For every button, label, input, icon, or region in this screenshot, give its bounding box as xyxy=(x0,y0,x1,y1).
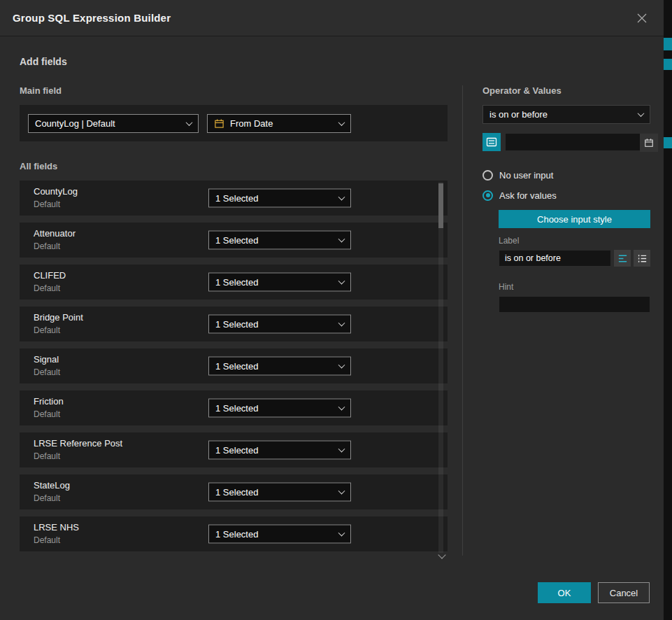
calendar-icon xyxy=(214,118,224,129)
field-selected-dropdown[interactable]: 1 Selected xyxy=(208,189,351,208)
edge-accent-mark xyxy=(664,38,672,50)
field-row: Signal Default 1 Selected xyxy=(20,348,448,383)
screen: Group SQL Expression Builder Add fields … xyxy=(0,0,672,620)
choose-input-style-button[interactable]: Choose input style xyxy=(499,210,650,228)
field-selected-dropdown[interactable]: 1 Selected xyxy=(208,273,351,292)
radio-unselected-icon xyxy=(482,170,493,181)
hint-input[interactable] xyxy=(499,296,650,313)
field-default-label: Default xyxy=(34,451,60,461)
field-row: Attenuator Default 1 Selected xyxy=(20,223,448,258)
radio-no-user-input-label: No user input xyxy=(499,170,553,181)
layer-dropdown[interactable]: CountyLog | Default xyxy=(28,114,199,133)
group-sql-expression-builder-dialog: Group SQL Expression Builder Add fields … xyxy=(0,0,664,620)
chevron-down-icon xyxy=(338,488,345,495)
ask-for-values-options: Choose input style Label xyxy=(499,210,650,313)
chevron-down-icon xyxy=(338,446,345,453)
edge-accent-mark xyxy=(664,137,672,148)
field-name: CLIFED xyxy=(34,270,66,281)
chevron-down-icon xyxy=(338,119,345,126)
text-style-button[interactable] xyxy=(614,250,631,267)
field-name: Bridge Point xyxy=(34,312,83,323)
operator-values-panel: Operator & Values is on or before xyxy=(482,85,650,313)
dialog-title: Group SQL Expression Builder xyxy=(13,12,171,24)
edge-accent-mark xyxy=(664,59,672,70)
main-field-label: Main field xyxy=(20,85,448,97)
chevron-down-icon xyxy=(338,278,345,285)
chevron-down-icon xyxy=(638,110,645,117)
value-calendar-button[interactable] xyxy=(640,134,658,152)
field-row: StateLog Default 1 Selected xyxy=(20,474,448,509)
chevron-down-icon xyxy=(338,404,345,411)
main-field-dropdown-value: From Date xyxy=(230,118,273,129)
main-field-dropdown[interactable]: From Date xyxy=(207,114,351,133)
all-fields-wrap: CountyLog Default 1 Selected Attenuator … xyxy=(20,181,448,551)
scrollbar-thumb[interactable] xyxy=(438,183,443,228)
field-default-label: Default xyxy=(34,493,60,503)
field-default-label: Default xyxy=(34,325,60,335)
field-selected-dropdown[interactable]: 1 Selected xyxy=(208,315,351,334)
column-divider xyxy=(462,85,463,556)
field-selected-dropdown[interactable]: 1 Selected xyxy=(208,525,351,544)
value-input-group xyxy=(505,133,659,151)
label-row xyxy=(499,250,650,267)
field-row: LRSE NHS Default 1 Selected xyxy=(20,516,448,551)
field-row: Bridge Point Default 1 Selected xyxy=(20,307,448,341)
field-selected-value: 1 Selected xyxy=(215,277,258,288)
field-default-label: Default xyxy=(34,409,60,419)
field-selected-dropdown[interactable]: 1 Selected xyxy=(208,231,351,250)
background-app-edge xyxy=(664,0,672,620)
all-fields-list: CountyLog Default 1 Selected Attenuator … xyxy=(20,181,448,551)
field-selected-value: 1 Selected xyxy=(215,319,258,330)
radio-no-user-input[interactable]: No user input xyxy=(482,169,650,181)
field-selected-value: 1 Selected xyxy=(215,193,258,204)
list-values-icon xyxy=(486,136,497,148)
list-style-button[interactable] xyxy=(634,250,650,267)
main-field-row: CountyLog | Default From Date xyxy=(20,105,448,141)
field-name: Attenuator xyxy=(34,228,76,239)
dialog-header: Group SQL Expression Builder xyxy=(0,0,664,36)
radio-selected-icon xyxy=(482,190,493,201)
add-fields-heading: Add fields xyxy=(20,56,664,67)
all-fields-label: All fields xyxy=(20,161,448,172)
operator-dropdown-value: is on or before xyxy=(489,109,548,120)
radio-ask-for-values-label: Ask for values xyxy=(499,190,557,201)
value-input[interactable] xyxy=(506,134,640,150)
field-selected-value: 1 Selected xyxy=(215,529,258,540)
field-selected-value: 1 Selected xyxy=(215,361,258,372)
value-row xyxy=(482,133,650,151)
chevron-down-icon xyxy=(338,530,345,537)
chevron-down-icon xyxy=(186,119,193,126)
layer-dropdown-value: CountyLog | Default xyxy=(35,118,115,129)
field-name: Signal xyxy=(34,354,59,365)
scrollbar-track[interactable] xyxy=(438,182,443,553)
field-name: StateLog xyxy=(34,480,70,491)
calendar-icon xyxy=(644,138,654,148)
field-default-label: Default xyxy=(34,535,60,545)
field-selected-value: 1 Selected xyxy=(215,235,258,246)
field-name: LRSE NHS xyxy=(34,522,79,533)
fields-column: Main field CountyLog | Default xyxy=(20,85,448,551)
field-name: Friction xyxy=(34,396,64,407)
label-input[interactable] xyxy=(499,250,611,267)
ok-button[interactable]: OK xyxy=(538,582,591,603)
chevron-down-icon xyxy=(338,362,345,369)
field-selected-dropdown[interactable]: 1 Selected xyxy=(208,399,351,418)
operator-dropdown[interactable]: is on or before xyxy=(482,105,650,124)
hint-caption: Hint xyxy=(499,282,650,292)
field-row: LRSE Reference Post Default 1 Selected xyxy=(20,432,448,467)
field-selected-dropdown[interactable]: 1 Selected xyxy=(208,483,351,502)
field-selected-value: 1 Selected xyxy=(215,487,258,498)
radio-ask-for-values[interactable]: Ask for values xyxy=(482,190,650,201)
dialog-body: Add fields Main field CountyLog | Defaul… xyxy=(0,36,664,620)
field-name: LRSE Reference Post xyxy=(34,438,122,449)
value-input-mode-button[interactable] xyxy=(482,133,501,151)
field-row: Friction Default 1 Selected xyxy=(20,390,448,425)
cancel-button[interactable]: Cancel xyxy=(598,582,650,603)
close-icon[interactable] xyxy=(633,9,651,27)
field-default-label: Default xyxy=(34,241,60,251)
field-selected-dropdown[interactable]: 1 Selected xyxy=(208,441,351,460)
field-selected-dropdown[interactable]: 1 Selected xyxy=(208,357,351,376)
align-left-icon xyxy=(617,253,628,264)
list-icon xyxy=(637,253,648,264)
chevron-down-icon xyxy=(338,194,345,201)
